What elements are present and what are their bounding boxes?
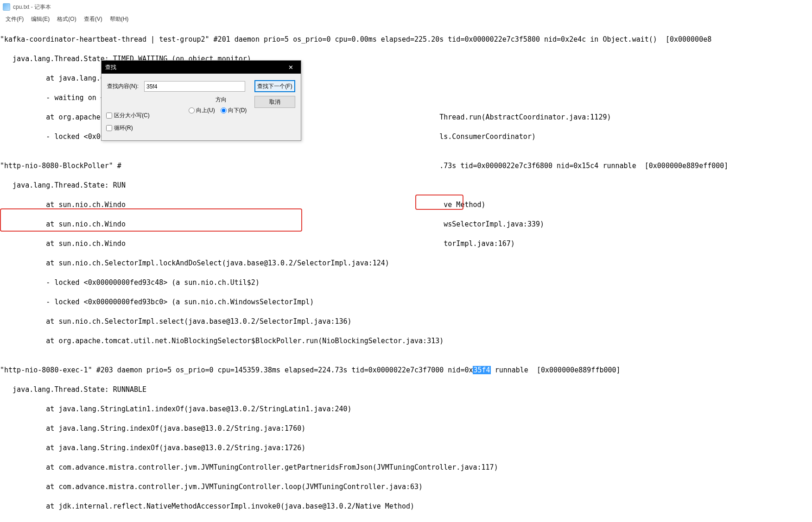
menu-bar: 文件(F) 编辑(E) 格式(O) 查看(V) 帮助(H)	[0, 14, 812, 24]
text-line: at sun.nio.ch.Windo torImpl.java:167)	[0, 239, 812, 249]
menu-help[interactable]: 帮助(H)	[106, 14, 133, 24]
text-line: at jdk.internal.reflect.NativeMethodAcce…	[0, 502, 812, 511]
menu-view[interactable]: 查看(V)	[80, 14, 106, 24]
text-line: "kafka-coordinator-heartbeat-thread | te…	[0, 35, 812, 44]
text-line: at java.lang.String.indexOf(java.base@13…	[0, 443, 812, 453]
text-line: at sun.nio.ch.Windo wsSelectorImpl.java:…	[0, 220, 812, 229]
find-dialog-body: 查找内容(N): 查找下一个(F) 取消 方向 向上(U) 向下(D) 区分大小…	[102, 74, 301, 140]
find-next-button[interactable]: 查找下一个(F)	[254, 80, 295, 92]
find-dialog-title: 查找	[105, 63, 116, 71]
find-content-label: 查找内容(N):	[107, 82, 140, 90]
text-line: java.lang.Thread.State: RUN	[0, 181, 812, 190]
text-line: java.lang.Thread.State: RUNNABLE	[0, 385, 812, 395]
find-options: 区分大小写(C) 循环(R)	[106, 112, 150, 137]
menu-edit[interactable]: 编辑(E)	[27, 14, 53, 24]
menu-file[interactable]: 文件(F)	[2, 14, 27, 24]
direction-label: 方向	[189, 96, 254, 104]
text-line: - locked <0x00000000fed93bc0> (a sun.nio…	[0, 297, 812, 307]
text-line: at java.lang.StringLatin1.indexOf(java.b…	[0, 404, 812, 414]
menu-format[interactable]: 格式(O)	[53, 14, 80, 24]
notepad-icon	[3, 3, 10, 11]
close-icon[interactable]: ✕	[284, 62, 297, 73]
text-line: at org.apache.tomcat.util.net.NioBlockin…	[0, 336, 812, 346]
radio-up-input[interactable]	[189, 107, 195, 113]
text-fragment: "http-nio-8080-exec-1" #203 daemon prio=…	[0, 366, 473, 374]
match-case-option[interactable]: 区分大小写(C)	[106, 112, 150, 119]
find-dialog: 查找 ✕ 查找内容(N): 查找下一个(F) 取消 方向 向上(U) 向下(D)…	[101, 60, 301, 141]
text-line: at sun.nio.ch.SelectorImpl.select(java.b…	[0, 317, 812, 327]
radio-down-label: 向下(D)	[228, 107, 247, 114]
find-dialog-title-bar[interactable]: 查找 ✕	[102, 61, 301, 74]
text-line: at java.lang.String.indexOf(java.base@13…	[0, 424, 812, 434]
wrap-label: 循环(R)	[114, 124, 133, 132]
direction-group: 方向 向上(U) 向下(D)	[189, 96, 254, 114]
text-line: at com.advance.mistra.controller.jvm.JVM…	[0, 463, 812, 472]
match-case-checkbox[interactable]	[106, 113, 112, 119]
radio-down[interactable]: 向下(D)	[221, 107, 247, 114]
radio-up-label: 向上(U)	[196, 107, 215, 114]
title-bar: cpu.txt - 记事本	[0, 0, 812, 14]
cancel-button[interactable]: 取消	[254, 96, 295, 108]
text-line: at com.advance.mistra.controller.jvm.JVM…	[0, 482, 812, 492]
text-line: "http-nio-8080-exec-1" #203 daemon prio=…	[0, 365, 812, 375]
match-case-label: 区分大小写(C)	[114, 112, 150, 119]
text-line: "http-nio-8080-BlockPoller" # .73s tid=0…	[0, 161, 812, 171]
radio-up[interactable]: 向上(U)	[189, 107, 215, 114]
find-input[interactable]	[144, 81, 245, 92]
text-fragment: runnable [0x000000e889ffb000]	[491, 366, 621, 374]
window-title: cpu.txt - 记事本	[13, 3, 51, 11]
wrap-checkbox[interactable]	[106, 125, 112, 131]
search-highlight: 35f4	[473, 366, 490, 374]
radio-down-input[interactable]	[221, 107, 227, 113]
text-line: at sun.nio.ch.SelectorImpl.lockAndDoSele…	[0, 258, 812, 268]
text-line: at sun.nio.ch.Windo ve Method)	[0, 200, 812, 210]
text-line: - locked <0x00000000fed93c48> (a sun.nio…	[0, 278, 812, 288]
wrap-option[interactable]: 循环(R)	[106, 124, 150, 132]
